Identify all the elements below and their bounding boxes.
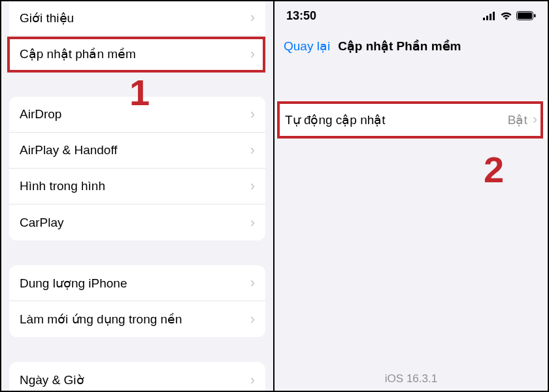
row-automatic-updates[interactable]: Tự động cập nhật Bật › bbox=[274, 101, 548, 139]
chevron-right-icon: › bbox=[250, 372, 255, 389]
row-label: Tự động cập nhật bbox=[285, 112, 386, 127]
row-label: AirPlay & Handoff bbox=[20, 143, 118, 157]
row-date-time[interactable]: Ngày & Giờ › bbox=[9, 362, 265, 391]
battery-icon bbox=[516, 11, 536, 20]
nav-title: Cập nhật Phần mềm bbox=[338, 39, 461, 54]
status-icons bbox=[483, 11, 536, 20]
step-number-1: 1 bbox=[129, 71, 150, 114]
row-software-update[interactable]: Cập nhật phần mềm › bbox=[9, 36, 265, 72]
settings-group-4: Ngày & Giờ › bbox=[9, 362, 265, 391]
svg-rect-2 bbox=[490, 14, 491, 20]
row-airplay-handoff[interactable]: AirPlay & Handoff › bbox=[9, 133, 265, 169]
row-about[interactable]: Giới thiệu › bbox=[9, 1, 265, 36]
chevron-right-icon: › bbox=[250, 214, 255, 231]
chevron-right-icon: › bbox=[250, 106, 255, 123]
settings-group-3: Dung lượng iPhone › Làm mới ứng dụng tro… bbox=[9, 265, 265, 337]
settings-group-2: AirDrop › AirPlay & Handoff › Hình trong… bbox=[9, 97, 265, 240]
row-label: Làm mới ứng dụng trong nền bbox=[20, 312, 182, 327]
settings-list: Giới thiệu › Cập nhật phần mềm › AirDrop… bbox=[1, 1, 273, 391]
pane-software-update: 13:50 Quay lại Cập nhật Phần mềm Tự động… bbox=[274, 1, 548, 391]
chevron-right-icon: › bbox=[250, 46, 255, 63]
pane-general-settings: Giới thiệu › Cập nhật phần mềm › AirDrop… bbox=[1, 1, 274, 391]
chevron-right-icon: › bbox=[250, 9, 255, 26]
settings-group-auto-update: Tự động cập nhật Bật › bbox=[274, 101, 548, 139]
nav-bar: Quay lại Cập nhật Phần mềm bbox=[274, 30, 548, 61]
status-time: 13:50 bbox=[286, 9, 316, 23]
nav-back-button[interactable]: Quay lại bbox=[284, 39, 330, 54]
svg-rect-1 bbox=[486, 16, 488, 20]
wifi-icon bbox=[500, 12, 512, 20]
row-background-app-refresh[interactable]: Làm mới ứng dụng trong nền › bbox=[9, 301, 265, 337]
row-label: AirDrop bbox=[20, 107, 61, 122]
row-value: Bật bbox=[508, 112, 527, 127]
chevron-right-icon: › bbox=[250, 311, 255, 328]
row-label: Dung lượng iPhone bbox=[20, 276, 127, 291]
row-label: Hình trong hình bbox=[20, 179, 105, 193]
svg-rect-5 bbox=[518, 12, 532, 19]
status-bar: 13:50 bbox=[274, 1, 548, 30]
tutorial-two-panes: Giới thiệu › Cập nhật phần mềm › AirDrop… bbox=[0, 0, 549, 392]
chevron-right-icon: › bbox=[250, 274, 255, 291]
step-number-2: 2 bbox=[484, 148, 504, 191]
row-carplay[interactable]: CarPlay › bbox=[9, 204, 265, 240]
svg-rect-3 bbox=[493, 12, 495, 20]
chevron-right-icon: › bbox=[250, 142, 255, 159]
svg-rect-6 bbox=[534, 14, 536, 18]
row-label: Giới thiệu bbox=[20, 10, 74, 25]
row-picture-in-picture[interactable]: Hình trong hình › bbox=[9, 169, 265, 204]
row-iphone-storage[interactable]: Dung lượng iPhone › bbox=[9, 265, 265, 301]
cellular-signal-icon bbox=[483, 12, 496, 20]
chevron-right-icon: › bbox=[533, 111, 537, 128]
chevron-right-icon: › bbox=[250, 178, 255, 195]
svg-rect-0 bbox=[483, 18, 485, 20]
row-label: CarPlay bbox=[20, 216, 64, 230]
ios-version-footer: iOS 16.3.1 bbox=[274, 372, 548, 385]
row-label: Cập nhật phần mềm bbox=[20, 46, 136, 61]
settings-group-1: Giới thiệu › Cập nhật phần mềm › bbox=[9, 1, 265, 72]
row-label: Ngày & Giờ bbox=[20, 372, 84, 387]
